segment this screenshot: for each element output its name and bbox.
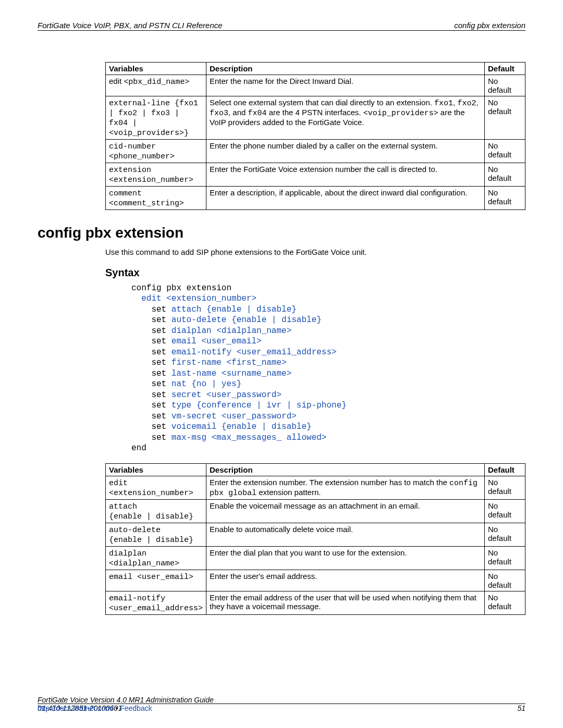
table-row: email <user_email>Enter the user's email…: [106, 570, 525, 591]
table-row: email-notify <user_email_address>Enter t…: [106, 591, 525, 614]
table-row: edit <pbx_did_name>Enter the name for th…: [106, 75, 525, 96]
intro-text: Use this command to add SIP phone extens…: [105, 248, 525, 256]
th-variables: Variables: [106, 463, 206, 476]
variables-table-2: Variables Description Default edit <exte…: [105, 463, 525, 615]
table-row: cid-number <phone_number>Enter the phone…: [106, 140, 525, 163]
footer-separator: •: [114, 704, 120, 712]
page-number: 51: [517, 704, 525, 712]
header-right: config pbx extension: [454, 21, 525, 30]
page-footer: FortiGate Voice Version 4.0 MR1 Administ…: [38, 695, 525, 712]
header-left: FortiGate Voice VoIP, PBX, and PSTN CLI …: [38, 21, 223, 30]
section-title: config pbx extension: [38, 225, 525, 241]
table-row: extension <extension_number>Enter the Fo…: [106, 163, 525, 187]
syntax-heading: Syntax: [105, 267, 525, 279]
table-row: dialplan <dialplan_name>Enter the dial p…: [106, 546, 525, 570]
th-variables: Variables: [106, 63, 206, 75]
th-default: Default: [485, 463, 525, 476]
syntax-block: config pbx extension edit <extension_num…: [131, 283, 525, 454]
footer-feedback-link[interactable]: Feedback: [120, 704, 152, 712]
table-row: edit <extension_number>Enter the extensi…: [106, 476, 525, 499]
table-row: auto-delete {enable | disable}Enable to …: [106, 523, 525, 546]
table-row: attach {enable | disable}Enable the voic…: [106, 499, 525, 523]
th-description: Description: [206, 463, 485, 476]
th-description: Description: [206, 63, 485, 75]
footer-guide-title: FortiGate Voice Version 4.0 MR1 Administ…: [38, 696, 214, 704]
variables-table-1: Variables Description Default edit <pbx_…: [105, 62, 525, 210]
th-default: Default: [485, 63, 525, 75]
footer-link[interactable]: http://docs.fortinet.com/: [38, 704, 114, 712]
table-row: comment <comment_string>Enter a descript…: [106, 187, 525, 210]
page-header: FortiGate Voice VoIP, PBX, and PSTN CLI …: [38, 21, 525, 31]
table-row: external-line {fxo1 | fxo2 | fxo3 | fx04…: [106, 96, 525, 140]
